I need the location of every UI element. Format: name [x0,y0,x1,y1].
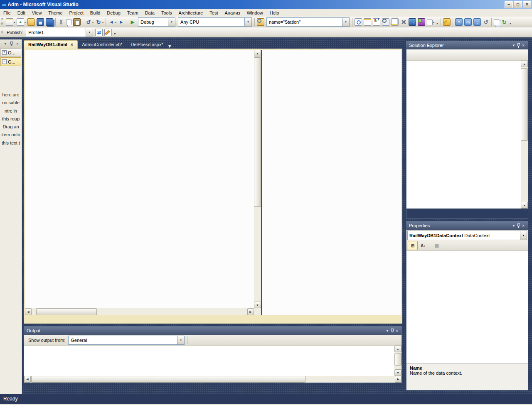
tab-RailWayDB1dbml[interactable]: RailWayDB1.dbml× [24,40,78,49]
find-symbol-icon[interactable] [382,18,390,26]
quick-replace-icon[interactable] [354,18,362,26]
toolbox-group-G[interactable]: −G... [0,57,21,66]
import-export-icon[interactable] [408,18,416,26]
redo-icon[interactable]: ▾ [95,18,104,26]
toolbar-overflow-icon[interactable]: ▾ [114,32,116,37]
alphabetical-icon[interactable]: A↓ [419,241,428,250]
window-layout-icon[interactable]: ▾ [426,18,435,26]
restore-button[interactable]: □ [514,1,522,8]
save-icon[interactable] [36,18,44,26]
pin-icon[interactable] [517,223,520,228]
chevron-down-icon[interactable]: ▼ [511,43,517,48]
chevron-down-icon[interactable]: ▾ [14,21,15,24]
copy-icon[interactable] [66,19,72,26]
platform-combo[interactable]: Any CPU ▼ [178,17,252,27]
cut-icon[interactable] [57,18,65,26]
menu-item-architecture[interactable]: Architecture [175,10,207,16]
chevron-down-icon[interactable]: ▼ [342,18,349,26]
scroll-up-icon[interactable]: ▲ [521,61,528,67]
close-button[interactable]: × [523,1,531,8]
canvas-horizontal-scrollbar[interactable]: ◀ ▶ [25,308,254,315]
chevron-down-icon[interactable]: ▼ [177,336,184,344]
chevron-down-icon[interactable]: ▼ [168,18,175,26]
output-text[interactable] [24,346,394,376]
edit-profile-icon[interactable] [104,28,112,37]
menu-item-view[interactable]: View [29,10,45,16]
save-all-icon[interactable] [45,18,54,26]
schema-compare-icon[interactable] [417,18,426,26]
menu-item-help[interactable]: Help [266,10,283,16]
scrollbar-thumb[interactable] [521,68,528,141]
chevron-down-icon[interactable]: ▼ [244,18,251,26]
menu-item-debug[interactable]: Debug [103,10,123,16]
menu-item-window[interactable]: Window [244,10,266,16]
close-icon[interactable]: × [520,43,526,48]
chevron-down-icon[interactable]: ▾ [102,21,103,24]
toolbar-overflow-icon[interactable]: ▾ [436,22,438,26]
scroll-left-icon[interactable]: ◀ [24,376,31,383]
chevron-down-icon[interactable]: ▼ [511,223,517,228]
tree-vertical-scrollbar[interactable]: ▲ ▼ [521,61,528,209]
menu-item-tools[interactable]: Tools [158,10,175,16]
publish-web-icon[interactable] [95,28,103,37]
minimize-button[interactable]: – [505,1,513,8]
start-debugging-icon[interactable] [129,18,136,26]
toolbox-group-O[interactable]: +O... [0,48,21,57]
categorized-icon[interactable]: ⊞ [408,241,418,250]
toolbar-grip[interactable] [1,18,3,26]
expander-icon[interactable]: + [2,50,7,55]
undo-icon[interactable]: ▾ [85,18,94,26]
debug-target-combo[interactable]: Debug ▼ [138,17,175,27]
menu-item-build[interactable]: Build [87,10,103,16]
undo-pending-icon[interactable] [482,18,490,26]
chevron-down-icon[interactable]: ▾ [92,21,94,24]
close-icon[interactable]: × [71,42,73,47]
scroll-right-icon[interactable]: ▶ [247,308,254,315]
menu-item-data[interactable]: Data [142,10,158,16]
tab-AdminControllervb[interactable]: AdminController.vb* [78,41,126,49]
refresh-icon[interactable] [500,18,508,26]
chevron-down-icon[interactable]: ▼ [86,28,93,37]
navigate-backward-icon[interactable]: ▾ [108,18,117,26]
compare-icon[interactable] [493,19,500,26]
shelve-icon[interactable] [455,18,463,26]
get-latest-icon[interactable] [473,18,481,26]
output-horizontal-scrollbar[interactable]: ◀ ▶ [24,376,401,383]
toolbar-grip[interactable] [1,29,3,36]
toolbar-overflow-icon[interactable]: ▾ [510,22,511,26]
tab-list-dropdown[interactable]: ▼ [167,44,172,49]
new-project-icon[interactable]: ▾ [5,18,15,26]
publish-profile-combo[interactable]: Profile1 ▼ [26,28,93,37]
scrollbar-thumb[interactable] [394,353,401,366]
methods-pane[interactable] [262,50,401,315]
chevron-down-icon[interactable]: ▾ [433,21,434,24]
chevron-down-icon[interactable]: ▼ [2,41,8,47]
new-query-icon[interactable] [391,18,399,26]
menu-item-edit[interactable]: Edit [14,10,29,16]
pin-icon[interactable] [390,328,394,333]
output-vertical-scrollbar[interactable]: ▲ ▼ [394,346,401,376]
history-icon[interactable] [464,18,472,26]
pin-icon[interactable] [10,41,13,46]
pin-icon[interactable] [517,43,520,48]
scroll-up-icon[interactable]: ▲ [394,346,401,352]
scroll-left-icon[interactable]: ◀ [25,308,32,315]
scrollbar-thumb[interactable] [36,308,97,315]
chevron-down-icon[interactable]: ▾ [25,21,26,24]
scroll-up-icon[interactable]: ▲ [254,50,261,56]
scroll-down-icon[interactable]: ▼ [394,369,401,376]
bookmarks-icon[interactable] [443,18,451,26]
scroll-down-icon[interactable]: ▼ [521,202,528,209]
chevron-down-icon[interactable]: ▼ [384,328,390,334]
property-pages-icon[interactable]: ▤ [432,241,441,250]
property-pages-icon[interactable] [363,18,372,26]
chevron-down-icon[interactable]: ▼ [520,231,527,240]
close-icon[interactable]: × [15,41,20,47]
scrollbar-thumb[interactable] [254,57,261,207]
customize-tools-icon[interactable] [400,18,407,26]
scroll-down-icon[interactable]: ▼ [254,302,261,308]
scrollbar-thumb[interactable] [31,376,305,383]
canvas-vertical-scrollbar[interactable]: ▲ ▼ [254,50,261,308]
menu-item-project[interactable]: Project [66,10,87,16]
menu-item-theme[interactable]: Theme [45,10,66,16]
